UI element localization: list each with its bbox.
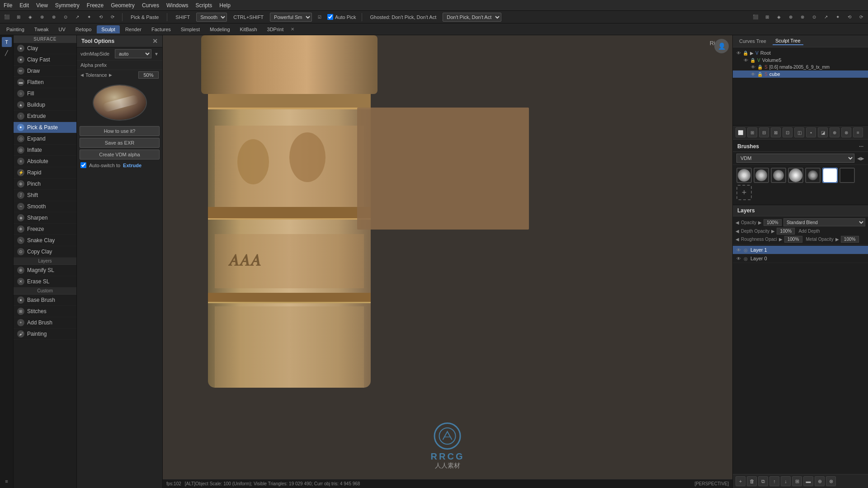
tool-painting[interactable]: 🖌 Painting <box>14 328 76 340</box>
roughness-value[interactable] <box>784 236 802 243</box>
metal-opacity-value[interactable] <box>841 236 859 243</box>
tree-eye-root[interactable]: 👁 <box>736 51 741 56</box>
menu-curves[interactable]: Curves <box>142 2 159 9</box>
tool-smooth[interactable]: ~ Smooth <box>14 201 76 212</box>
save-exr-btn[interactable]: Save as EXR <box>80 138 160 148</box>
curves-tree-tab[interactable]: Curves Tree <box>736 38 769 45</box>
layers-add-btn[interactable]: + <box>736 476 745 486</box>
toolbar-icon-8[interactable]: ✦ <box>85 13 93 21</box>
tab-close[interactable]: ✕ <box>289 27 296 32</box>
toolbar-icon-9[interactable]: ⟲ <box>97 13 105 21</box>
tool-inflate[interactable]: ◎ Inflate <box>14 145 76 156</box>
toolbar-auto-pick[interactable]: Auto Pick <box>327 14 356 20</box>
toolbar-right-icon-4[interactable]: ⊕ <box>787 13 795 21</box>
tool-magnify-sl[interactable]: ⊕ Magnify SL <box>14 265 76 276</box>
roughness-collapse-right[interactable]: ▶ <box>779 237 783 242</box>
tab-modeling[interactable]: Modeling <box>205 25 235 33</box>
layers-down-btn[interactable]: ↓ <box>781 476 791 486</box>
view-icon-persp[interactable]: ⬜ <box>736 127 745 137</box>
layers-delete-btn[interactable]: 🗑 <box>747 476 757 486</box>
toolbar-right-icon-8[interactable]: ✦ <box>834 13 842 21</box>
tree-eye-nmafa[interactable]: 👁 <box>751 65 755 70</box>
view-icon-top[interactable]: ⊡ <box>783 127 793 137</box>
toolbar-icon-7[interactable]: ↗ <box>73 13 81 21</box>
toolbar-right-icon-1[interactable]: ⬛ <box>751 13 760 21</box>
tab-retopo[interactable]: Retopo <box>71 25 96 33</box>
view-icon-r3[interactable]: ≡ <box>853 127 863 137</box>
tool-expand[interactable]: ◇ Expand <box>14 133 76 145</box>
toolbar-icon-6[interactable]: ⊙ <box>61 13 70 21</box>
brush-swatch-5[interactable] <box>805 168 821 183</box>
how-to-use-btn[interactable]: How to use it? <box>80 126 160 136</box>
depth-opacity-value[interactable] <box>777 228 795 235</box>
toolbar-icon-3[interactable]: ◈ <box>26 13 34 21</box>
mini-icon-edit[interactable]: ╱ <box>2 48 12 58</box>
tool-erase-sl[interactable]: ✕ Erase SL <box>14 276 76 287</box>
menu-geometry[interactable]: Geometry <box>111 2 135 9</box>
tab-sculpt[interactable]: Sculpt <box>97 25 120 33</box>
tree-lock-volume5[interactable]: 🔒 <box>750 58 755 63</box>
create-vdm-btn[interactable]: Create VDM alpha <box>80 150 160 160</box>
layers-dup-btn[interactable]: ⧉ <box>758 476 768 486</box>
opacity-collapse-right[interactable]: ▶ <box>758 220 762 225</box>
opacity-collapse-left[interactable]: ◀ <box>736 220 739 225</box>
viewport-avatar[interactable]: 👤 <box>714 39 729 53</box>
brush-add-btn[interactable]: + <box>736 185 752 200</box>
menu-file[interactable]: File <box>4 2 12 9</box>
viewport[interactable]: 𝛢𝛢𝛢 Right 👤 <box>163 35 732 488</box>
tool-add-brush[interactable]: + Add Brush <box>14 317 76 328</box>
tree-lock-root[interactable]: 🔒 <box>743 51 748 56</box>
toolbar-icon-1[interactable]: ⬛ <box>3 13 11 21</box>
tool-pick-paste[interactable]: ✦ Pick & Paste <box>14 122 76 133</box>
tool-sharpen[interactable]: ◈ Sharpen <box>14 212 76 224</box>
brush-swatch-4[interactable] <box>788 168 803 183</box>
mini-icon-type[interactable]: T <box>2 37 12 47</box>
view-icon-shad[interactable]: ◪ <box>818 127 828 137</box>
toolbar-right-icon-9[interactable]: ⟲ <box>845 13 854 21</box>
brush-swatch-dark[interactable] <box>840 168 855 183</box>
layers-up-btn[interactable]: ↑ <box>769 476 779 486</box>
view-icon-r2[interactable]: ⊗ <box>841 127 851 137</box>
tool-freeze[interactable]: ❄ Freeze <box>14 224 76 235</box>
opacity-value[interactable]: 100% <box>764 219 782 226</box>
toolbar-right-icon-7[interactable]: ↗ <box>822 13 830 21</box>
layer-0-render[interactable]: ◎ <box>744 256 748 261</box>
auto-pick-checkbox[interactable] <box>327 14 333 20</box>
toolbar-powerful-dropdown[interactable]: Powerful Sm <box>270 13 312 22</box>
toolbar-icon-5[interactable]: ⊗ <box>50 13 58 21</box>
tool-pinch[interactable]: ⊕ Pinch <box>14 178 76 190</box>
tab-painting[interactable]: Painting <box>2 25 29 33</box>
layer-1-vis[interactable]: 👁 <box>736 248 741 253</box>
depth-opacity-collapse-left[interactable]: ◀ <box>736 229 739 234</box>
toolbar-right-icon-2[interactable]: ⊞ <box>763 13 771 21</box>
tool-extrude[interactable]: ↑ Extrude <box>14 111 76 122</box>
tool-shift[interactable]: ⤴ Shift <box>14 190 76 201</box>
tab-render[interactable]: Render <box>121 25 146 33</box>
toolbar-icon-2[interactable]: ⊞ <box>14 13 23 21</box>
auto-switch-checkbox[interactable] <box>80 162 86 168</box>
sculpt-tree-tab[interactable]: Sculpt Tree <box>773 37 803 45</box>
tool-base-brush[interactable]: ● Base Brush <box>14 295 76 306</box>
layer-0-vis[interactable]: 👁 <box>736 256 741 261</box>
tool-copy-clay[interactable]: ⊙ Copy Clay <box>14 246 76 258</box>
view-icon-wire[interactable]: ◫ <box>794 127 804 137</box>
depth-opacity-collapse-right[interactable]: ▶ <box>771 229 775 234</box>
blend-select[interactable]: Standard Blend <box>783 218 865 226</box>
roughness-collapse-left[interactable]: ◀ <box>736 237 739 242</box>
tool-buildup[interactable]: ▲ Buildup <box>14 99 76 111</box>
brushes-menu[interactable]: ··· <box>859 143 863 150</box>
menu-scripts[interactable]: Scripts <box>196 2 212 9</box>
layers-flat-btn[interactable]: ▬ <box>803 476 813 486</box>
tree-lock-cube[interactable]: 🔒 <box>757 72 763 77</box>
tool-clay[interactable]: ● Clay <box>14 43 76 54</box>
tool-absolute[interactable]: ≡ Absolute <box>14 156 76 167</box>
layers-import-btn[interactable]: ⊕ <box>815 476 825 486</box>
tool-rapid[interactable]: ⚡ Rapid <box>14 167 76 178</box>
tool-stitches[interactable]: ⊞ Stitches <box>14 306 76 317</box>
tab-simplest[interactable]: Simplest <box>176 25 204 33</box>
menu-view[interactable]: View <box>36 2 48 9</box>
layer-1-render[interactable]: ◎ <box>744 248 748 253</box>
tool-flatten[interactable]: ▬ Flatten <box>14 77 76 88</box>
view-icon-mat[interactable]: ▪ <box>806 127 816 137</box>
tab-tweak[interactable]: Tweak <box>30 25 53 33</box>
